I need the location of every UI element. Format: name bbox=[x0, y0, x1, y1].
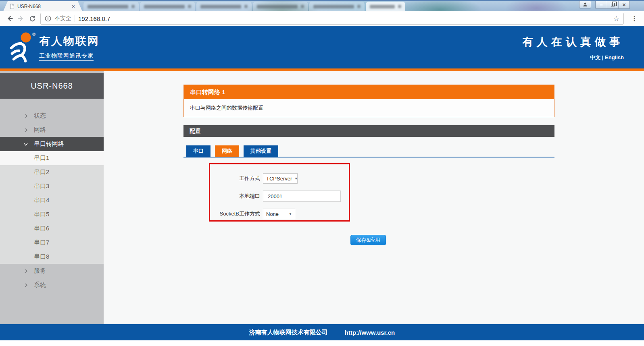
dropdown-arrow-icon: ▼ bbox=[294, 177, 298, 180]
sidebar-item-label: 串口5 bbox=[34, 211, 49, 218]
socketb-mode-label: SocketB工作方式 bbox=[210, 210, 260, 218]
sidebar-item-serial-to-network[interactable]: 串口转网络 bbox=[0, 137, 104, 151]
form-row-local-port: 本地端口 bbox=[210, 190, 349, 202]
brand-block: 有人物联网 工业物联网通讯专家 bbox=[39, 34, 100, 61]
sidebar-item-label: 串口4 bbox=[34, 197, 49, 204]
sidebar-item-status[interactable]: 状态 bbox=[0, 109, 104, 123]
info-icon bbox=[45, 15, 51, 22]
address-bar[interactable]: 不安全 192.168.0.7 ☆ bbox=[40, 13, 624, 25]
language-switcher: 中文 | English bbox=[522, 54, 624, 61]
url-text[interactable]: 192.168.0.7 bbox=[78, 15, 110, 22]
sidebar-item-label: 串口1 bbox=[34, 154, 49, 162]
profile-button[interactable] bbox=[579, 1, 591, 8]
forward-icon bbox=[17, 15, 25, 23]
sidebar-item-label: 串口2 bbox=[34, 168, 49, 176]
sidebar-item-serial5[interactable]: 串口5 bbox=[0, 207, 104, 222]
sidebar: USR-N668 状态 网络 串口转网络 串口1 串口2 串口3 串口4 bbox=[0, 71, 104, 324]
sidebar-item-serial2[interactable]: 串口2 bbox=[0, 165, 104, 179]
svg-text:®: ® bbox=[32, 32, 35, 37]
sidebar-item-serial6[interactable]: 串口6 bbox=[0, 222, 104, 236]
tabs-row: USR-N668 × bbox=[0, 1, 644, 11]
footer-url-link[interactable]: http://www.usr.cn bbox=[345, 329, 395, 336]
blurred-close-icon bbox=[244, 5, 248, 8]
section-description: 串口与网络之间的数据传输配置 bbox=[184, 99, 554, 117]
tab-blurred[interactable] bbox=[253, 2, 308, 11]
profile-icon bbox=[583, 2, 588, 7]
tab-blurred[interactable] bbox=[309, 2, 365, 11]
chevron-right-icon bbox=[23, 268, 29, 273]
device-model-title: USR-N668 bbox=[0, 73, 104, 99]
tab-network[interactable]: 网络 bbox=[215, 145, 239, 157]
chevron-right-icon bbox=[23, 127, 29, 133]
work-mode-label: 工作方式 bbox=[210, 175, 260, 182]
tab-title: USR-N668 bbox=[17, 4, 68, 9]
orange-accent-strip bbox=[0, 68, 644, 71]
back-button[interactable] bbox=[4, 13, 15, 24]
sidebar-item-label: 串口3 bbox=[34, 182, 49, 190]
tab-active-usr-n668[interactable]: USR-N668 × bbox=[3, 1, 82, 11]
section-title: 串口转网络 1 bbox=[184, 85, 554, 99]
refresh-icon bbox=[29, 15, 36, 23]
security-label[interactable]: 不安全 bbox=[54, 15, 71, 22]
lang-en-link[interactable]: English bbox=[605, 54, 624, 60]
dropdown-arrow-icon: ▼ bbox=[289, 212, 292, 216]
lang-divider: | bbox=[600, 54, 605, 60]
blurred-tab-text bbox=[257, 5, 298, 8]
blurred-close-icon bbox=[398, 5, 401, 8]
tab-serial[interactable]: 串口 bbox=[186, 145, 210, 157]
config-section-title: 配置 bbox=[183, 125, 554, 137]
section-card: 串口转网络 1 串口与网络之间的数据传输配置 bbox=[183, 85, 554, 117]
tab-blurred[interactable] bbox=[366, 2, 405, 11]
sidebar-item-serial7[interactable]: 串口7 bbox=[0, 236, 104, 250]
save-apply-button[interactable]: 保存&应用 bbox=[350, 235, 386, 245]
kebab-menu-icon: ⋮ bbox=[631, 15, 638, 23]
sidebar-item-label: 网络 bbox=[34, 126, 46, 134]
tab-strip: USR-N668 × – ✕ bbox=[0, 0, 644, 11]
tab-blurred[interactable] bbox=[140, 2, 195, 11]
slogan-text: 有人在认真做事 bbox=[522, 35, 624, 49]
chevron-right-icon bbox=[23, 113, 29, 118]
sidebar-item-label: 串口转网络 bbox=[34, 140, 64, 148]
lang-zh-link[interactable]: 中文 bbox=[590, 54, 600, 60]
forward-button[interactable] bbox=[15, 13, 27, 24]
sidebar-item-label: 服务 bbox=[34, 267, 46, 275]
footer: 济南有人物联网技术有限公司 http://www.usr.cn bbox=[0, 324, 644, 340]
work-mode-select[interactable]: TCPServer ▼ bbox=[263, 173, 298, 184]
sidebar-item-label: 串口8 bbox=[34, 253, 49, 261]
blurred-tab-text bbox=[200, 5, 241, 8]
restore-button[interactable] bbox=[607, 1, 618, 8]
restore-icon bbox=[611, 3, 615, 6]
window-close-button[interactable]: ✕ bbox=[618, 1, 629, 8]
local-port-input[interactable] bbox=[263, 191, 341, 202]
bookmark-star-icon[interactable]: ☆ bbox=[613, 15, 619, 23]
browser-toolbar: 不安全 192.168.0.7 ☆ ⋮ bbox=[0, 11, 644, 26]
tab-close-icon[interactable]: × bbox=[71, 4, 76, 9]
form-row-socketb-mode: SocketB工作方式 None ▼ bbox=[210, 208, 349, 220]
tab-other-settings[interactable]: 其他设置 bbox=[244, 145, 278, 157]
sidebar-item-system[interactable]: 系统 bbox=[0, 278, 104, 292]
tab-blurred[interactable] bbox=[196, 2, 252, 11]
sidebar-item-label: 状态 bbox=[34, 112, 46, 120]
main-area: 串口转网络 1 串口与网络之间的数据传输配置 配置 串口 网络 其他设置 工作方… bbox=[104, 71, 644, 324]
refresh-button[interactable] bbox=[27, 13, 38, 24]
form-row-work-mode: 工作方式 TCPServer ▼ bbox=[210, 172, 349, 184]
sidebar-item-label: 串口6 bbox=[34, 225, 49, 232]
chevron-right-icon bbox=[23, 282, 29, 288]
bottom-strip bbox=[0, 340, 644, 346]
content: 串口转网络 1 串口与网络之间的数据传输配置 配置 串口 网络 其他设置 工作方… bbox=[183, 71, 554, 245]
tab-blurred[interactable] bbox=[83, 2, 139, 11]
window-close-icon: ✕ bbox=[622, 2, 626, 8]
sidebar-item-serial1[interactable]: 串口1 bbox=[0, 151, 104, 165]
sidebar-item-serial3[interactable]: 串口3 bbox=[0, 179, 104, 193]
sidebar-item-serial4[interactable]: 串口4 bbox=[0, 193, 104, 207]
blurred-tab-text bbox=[144, 5, 185, 8]
sidebar-item-serial8[interactable]: 串口8 bbox=[0, 250, 104, 264]
sidebar-item-label: 系统 bbox=[34, 281, 46, 289]
minimize-button[interactable]: – bbox=[596, 1, 607, 8]
sidebar-item-service[interactable]: 服务 bbox=[0, 264, 104, 278]
sidebar-item-network[interactable]: 网络 bbox=[0, 123, 104, 137]
local-port-label: 本地端口 bbox=[210, 193, 260, 200]
browser-menu-button[interactable]: ⋮ bbox=[629, 13, 640, 24]
socketb-mode-select[interactable]: None ▼ bbox=[263, 209, 295, 219]
config-tabs: 串口 网络 其他设置 bbox=[183, 145, 554, 157]
